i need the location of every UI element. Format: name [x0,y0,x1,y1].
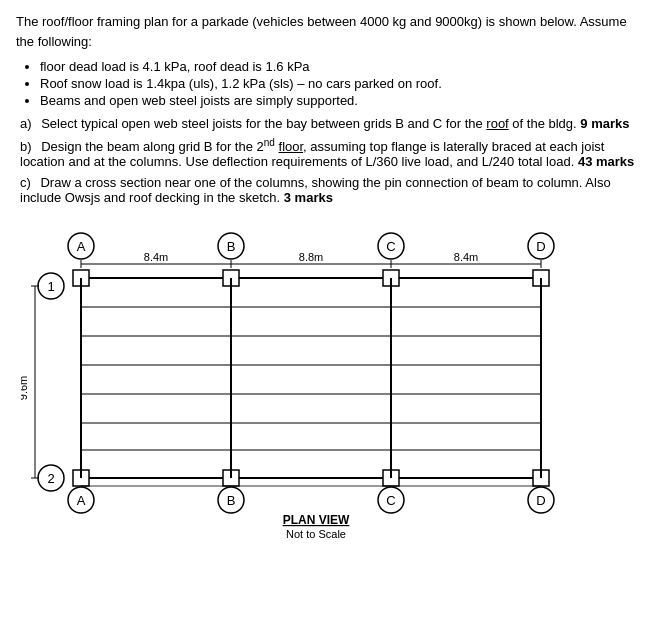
svg-text:C: C [386,493,395,508]
svg-rect-18 [81,278,541,478]
assumption-list: floor dead load is 4.1 kPa, roof dead is… [40,59,645,108]
question-b-text: Design the beam along grid B for the 2nd… [20,139,634,169]
question-b-label: b) [20,139,32,154]
svg-text:Not to Scale: Not to Scale [286,528,346,540]
plan-svg: A B C D 8.4m 8.8m 8.4m [21,223,641,543]
intro-text: The roof/floor framing plan for a parkad… [16,12,645,51]
svg-text:8.8m: 8.8m [298,251,322,263]
question-a-text: Select typical open web steel joists for… [41,116,629,131]
svg-text:1: 1 [47,279,54,294]
question-c-text: Draw a cross section near one of the col… [20,175,611,205]
svg-text:A: A [76,239,85,254]
svg-text:9.6m: 9.6m [21,376,29,400]
svg-text:D: D [536,239,545,254]
svg-text:B: B [226,493,235,508]
question-c-label: c) [20,175,31,190]
svg-text:A: A [76,493,85,508]
bullet-3: Beams and open web steel joists are simp… [40,93,645,108]
svg-text:B: B [226,239,235,254]
bullet-2: Roof snow load is 1.4kpa (uls), 1.2 kPa … [40,76,645,91]
svg-text:8.4m: 8.4m [143,251,167,263]
question-b: b) Design the beam along grid B for the … [16,137,645,169]
svg-text:PLAN VIEW: PLAN VIEW [282,513,349,527]
plan-view-diagram: A B C D 8.4m 8.8m 8.4m [21,223,641,543]
question-a: a) Select typical open web steel joists … [16,116,645,131]
bullet-1: floor dead load is 4.1 kPa, roof dead is… [40,59,645,74]
svg-text:C: C [386,239,395,254]
svg-text:8.4m: 8.4m [453,251,477,263]
svg-text:D: D [536,493,545,508]
question-c: c) Draw a cross section near one of the … [16,175,645,205]
question-a-label: a) [20,116,32,131]
intro-sentence: The roof/floor framing plan for a parkad… [16,14,627,49]
svg-text:2: 2 [47,471,54,486]
